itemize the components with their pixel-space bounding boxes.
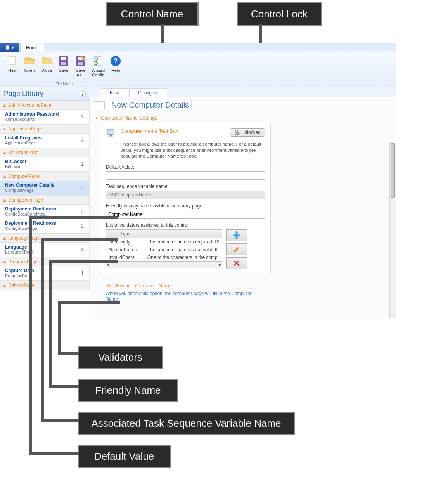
new-button[interactable]: New	[4, 54, 21, 78]
chevron-up-icon: ▲	[3, 151, 7, 155]
save-as-icon	[74, 55, 87, 67]
x-icon	[233, 260, 240, 267]
folder-open-icon	[23, 55, 36, 67]
library-item-count: 3	[81, 137, 86, 143]
chevron-up-icon: ▲	[3, 260, 7, 264]
subtabs: Flow Configure	[90, 87, 396, 97]
page-library-list[interactable]: ▲AdminAccountsPageAdministrator Password…	[0, 101, 90, 318]
callout-ts-var: Associated Task Sequence Variable Name	[78, 412, 295, 435]
svg-rect-8	[78, 62, 83, 65]
new-document-icon	[6, 55, 19, 67]
library-item-count: 2	[81, 161, 86, 167]
library-item-title: Install Programs	[5, 135, 42, 141]
library-section-header[interactable]: ▲ApplicationPage	[0, 124, 90, 134]
section-use-existing: Use Existing Computer Name When you chec…	[100, 280, 271, 302]
default-value-input[interactable]	[106, 171, 265, 180]
section-computer-name-settings[interactable]: ▲ Computer Name Settings	[90, 113, 390, 123]
svg-rect-0	[6, 46, 9, 50]
chevron-up-icon: ▲	[3, 198, 7, 202]
chevron-up-icon: ▲	[3, 127, 7, 131]
library-item[interactable]: Deployment ReadinessConfigScanPage2	[0, 219, 90, 233]
add-validator-button[interactable]	[226, 229, 247, 241]
panel-computer-name-textbox: Computer Name Text Box Unlocked This tex…	[100, 123, 271, 274]
svg-text:?: ?	[114, 57, 118, 65]
tab-home[interactable]: Home	[20, 43, 44, 52]
library-section-name: ProgressPage	[8, 259, 38, 264]
library-item-count: 1	[81, 270, 86, 276]
scroll-area[interactable]: ▲ Computer Name Settings Computer N	[90, 113, 396, 318]
tab-flow[interactable]: Flow	[101, 88, 128, 97]
close-button[interactable]: Close	[38, 54, 55, 78]
library-section-header[interactable]: ▲AdminAccountsPage	[0, 101, 90, 110]
library-section-header[interactable]: ▲ConfigScanPage	[0, 195, 90, 205]
scrollbar-thumb[interactable]	[391, 143, 395, 198]
ribbon-label: Help	[111, 68, 120, 73]
friendly-name-input[interactable]	[106, 210, 265, 219]
validator-row[interactable]: NonEmptyThe computer name is required. P…	[106, 238, 222, 246]
library-item[interactable]: LanguageLanguagePage3	[0, 243, 90, 257]
wizard-config-button[interactable]: Wizard Config	[89, 54, 107, 78]
page-title-row: New Computer Details	[90, 97, 396, 113]
section-label: Computer Name Settings	[101, 115, 157, 121]
callout-validators: Validators	[78, 346, 163, 369]
library-item[interactable]: BitLockerBitLocker2	[0, 157, 90, 172]
callout-default-value: Default Value	[78, 445, 171, 468]
file-menu-button[interactable]: ▼	[0, 43, 19, 52]
save-button[interactable]: Save	[55, 54, 72, 78]
help-button[interactable]: ? Help	[107, 54, 124, 78]
callout-control-lock: Control Lock	[237, 2, 322, 26]
library-item-title: Administrator Password	[5, 111, 59, 117]
library-item-sub: AdminAccounts	[5, 117, 59, 122]
library-item-sub: ComputerPage	[5, 188, 54, 193]
validator-row[interactable]: NamedPatternThe computer name is not val…	[106, 246, 222, 254]
library-item[interactable]: Install ProgramsApplicationPage3	[0, 134, 90, 148]
line-default-h2	[29, 452, 79, 455]
callout-control-name: Control Name	[106, 2, 199, 26]
library-item-title: Deployment Readiness	[5, 206, 56, 212]
library-section-header[interactable]: ▲RebootPage	[0, 281, 90, 290]
library-item[interactable]: Capture DataProgressPage1	[0, 266, 90, 281]
page-library-panel: Page Library i ▲AdminAccountsPageAdminis…	[0, 87, 90, 318]
chevron-up-icon: ▲	[3, 236, 7, 240]
validator-type: NamedPattern	[106, 246, 145, 254]
page-library-header: Page Library i	[0, 87, 90, 101]
lock-toggle-button[interactable]: Unlocked	[230, 128, 265, 137]
library-section-name: LanguagePage	[8, 235, 40, 241]
validator-row[interactable]: InvalidCharsOne of the characters in the…	[106, 254, 222, 261]
line-default-v	[29, 216, 32, 454]
line-validators	[58, 301, 120, 304]
library-item[interactable]: New Computer DetailsComputerPage3	[0, 181, 90, 195]
checklist-icon	[92, 55, 104, 67]
ribbon-label: New	[8, 68, 17, 73]
library-item-sub: ApplicationPage	[5, 141, 42, 145]
validator-desc: The computer name is not valid. It	[145, 246, 222, 254]
label-default-value: Default value:	[106, 164, 265, 170]
edit-validator-button[interactable]	[226, 243, 247, 255]
library-item-title: BitLocker	[5, 159, 26, 164]
library-section-header[interactable]: ▲BitLockerPage	[0, 148, 90, 157]
lock-label: Unlocked	[241, 130, 261, 135]
label-friendly-name: Friendly display name visible in summary…	[106, 203, 265, 209]
chevron-up-icon: ▲	[3, 103, 7, 107]
scroll-right-icon[interactable]: ▸	[219, 262, 221, 268]
ribbon: New Open Close Save Save As...	[0, 52, 396, 87]
help-icon: ?	[109, 55, 122, 67]
open-button[interactable]: Open	[21, 54, 38, 78]
library-item-count: 3	[81, 114, 86, 120]
tsvar-input[interactable]	[106, 191, 265, 199]
svg-rect-4	[61, 57, 66, 60]
info-icon[interactable]: i	[80, 91, 86, 97]
tab-configure[interactable]: Configure	[129, 88, 167, 97]
ribbon-label: Save	[59, 68, 68, 73]
validators-header-desc	[145, 230, 222, 238]
library-section-header[interactable]: ▲ComputerPage	[0, 172, 90, 181]
delete-validator-button[interactable]	[226, 257, 247, 269]
vertical-scrollbar[interactable]	[389, 142, 396, 318]
validators-table[interactable]: Type NonEmptyThe computer name is requir…	[106, 229, 222, 268]
horizontal-scrollbar[interactable]: ◂ ▸	[106, 261, 222, 268]
save-as-button[interactable]: Save As...	[72, 54, 89, 78]
pencil-icon	[233, 245, 240, 253]
dropdown-icon: ▼	[11, 46, 14, 50]
library-item[interactable]: Administrator PasswordAdminAccounts3	[0, 110, 90, 124]
page-title: New Computer Details	[109, 100, 192, 110]
